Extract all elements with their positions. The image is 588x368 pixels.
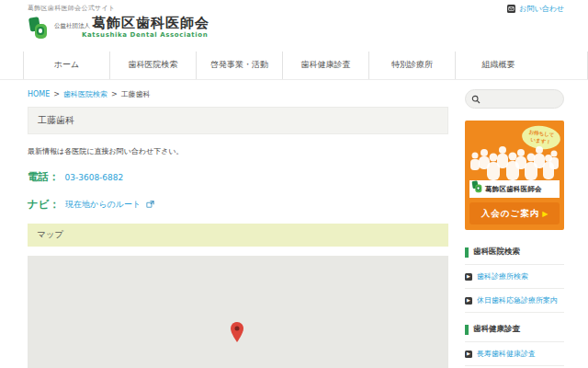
search-icon <box>471 90 481 108</box>
content: HOME > 歯科医院検索 > 工藤歯科 工藤歯科 最新情報は各医院に直接お問い… <box>0 80 588 368</box>
page: 葛飾区歯科医師会公式サイト お問い合わせ 公益社団法人 葛飾区歯科医師会 Kat… <box>0 0 588 368</box>
org-name: 葛飾区歯科医師会 <box>92 17 209 31</box>
sidebar-item-longevity-checkup[interactable]: ▶ 長寿歯科健康診査 <box>465 342 564 366</box>
info-note: 最新情報は各医院に直接お問い合わせ下さい。 <box>28 146 448 156</box>
search-input[interactable] <box>484 95 558 103</box>
org-name-en: Katsushika Dental Association <box>82 31 209 39</box>
sidebar-heading-checkup: 歯科健康診査 <box>465 317 564 342</box>
membership-button[interactable]: 入会のご案内 ▶ <box>469 202 560 224</box>
logo-mark-icon <box>28 17 50 45</box>
sidebar-menu: 歯科医院検索 ▶ 歯科診療所検索 ▶ 休日歯科応急診療所案内 歯科健康診査 ▶ … <box>465 240 564 368</box>
org-type: 公益社団法人 <box>54 22 90 30</box>
nav-item-checkup[interactable]: 歯科健康診査 <box>282 52 368 79</box>
arrow-square-icon: ▶ <box>465 297 472 305</box>
map-section-heading: マップ <box>28 224 448 247</box>
contact-link[interactable]: お問い合わせ <box>507 4 564 14</box>
nav-item-organization[interactable]: 組織概要 <box>455 52 541 79</box>
site-logo[interactable]: 公益社団法人 葛飾区歯科医師会 Katsushika Dental Associ… <box>28 17 588 45</box>
contact-label: お問い合わせ <box>519 4 564 14</box>
map-canvas[interactable] <box>28 256 448 368</box>
route-link-label: 現在地からのルート <box>65 200 141 209</box>
envelope-icon <box>507 5 515 13</box>
main-nav: ホーム 歯科医院検索 啓発事業・活動 歯科健康診査 特別診療所 組織概要 <box>0 52 588 80</box>
site-note: 葛飾区歯科医師会公式サイト <box>28 4 115 13</box>
sidebar-item-clinic-search[interactable]: ▶ 歯科診療所検索 <box>465 265 564 289</box>
arrow-square-icon: ▶ <box>465 273 472 281</box>
logo-texts: 公益社団法人 葛飾区歯科医師会 Katsushika Dental Associ… <box>54 17 209 39</box>
map-pin-icon[interactable] <box>231 322 243 346</box>
breadcrumb-separator: > <box>53 90 60 98</box>
top-bar: 葛飾区歯科医師会公式サイト お問い合わせ <box>0 0 588 14</box>
crowd-silhouette-icon <box>469 144 560 185</box>
green-bar-icon <box>465 247 469 258</box>
sidebar-item-holiday-emergency[interactable]: ▶ 休日歯科応急診療所案内 <box>465 289 564 313</box>
banner-org-name: 葛飾区歯科医師会 <box>485 185 542 194</box>
membership-button-label: 入会のご案内 <box>481 208 539 220</box>
navi-label: ナビ： <box>28 198 60 212</box>
sidebar-heading-clinic-search: 歯科医院検索 <box>465 240 564 265</box>
nav-spacer <box>541 52 588 79</box>
nav-item-special-clinic[interactable]: 特別診療所 <box>368 52 455 79</box>
breadcrumb-clinic-search[interactable]: 歯科医院検索 <box>63 89 107 99</box>
green-bar-icon <box>465 325 469 335</box>
phone-number-link[interactable]: 03-3608-6882 <box>65 173 124 182</box>
breadcrumb: HOME > 歯科医院検索 > 工藤歯科 <box>28 89 448 99</box>
breadcrumb-home[interactable]: HOME <box>28 90 50 98</box>
membership-banner[interactable]: お待ちして います！ <box>465 121 564 230</box>
page-title: 工藤歯科 <box>28 107 448 134</box>
arrow-square-icon: ▶ <box>465 351 472 358</box>
breadcrumb-separator: > <box>111 90 118 98</box>
banner-logo-mark-icon <box>471 180 483 198</box>
main-column: HOME > 歯科医院検索 > 工藤歯科 工藤歯科 最新情報は各医院に直接お問い… <box>28 89 448 368</box>
banner-logo-bar: 葛飾区歯科医師会 <box>469 180 560 198</box>
external-link-icon <box>146 201 154 210</box>
phone-label: 電話： <box>28 170 60 184</box>
search-box[interactable] <box>465 89 564 109</box>
arrow-right-icon: ▶ <box>542 210 548 218</box>
nav-item-activities[interactable]: 啓発事業・活動 <box>196 52 282 79</box>
sidebar: お待ちして います！ <box>465 89 564 368</box>
nav-item-clinic-search[interactable]: 歯科医院検索 <box>109 52 196 79</box>
route-link[interactable]: 現在地からのルート <box>65 199 154 211</box>
nav-item-home[interactable]: ホーム <box>23 52 109 79</box>
breadcrumb-current: 工藤歯科 <box>121 89 151 99</box>
phone-row: 電話： 03-3608-6882 <box>28 170 448 184</box>
navi-row: ナビ： 現在地からのルート <box>28 198 448 212</box>
